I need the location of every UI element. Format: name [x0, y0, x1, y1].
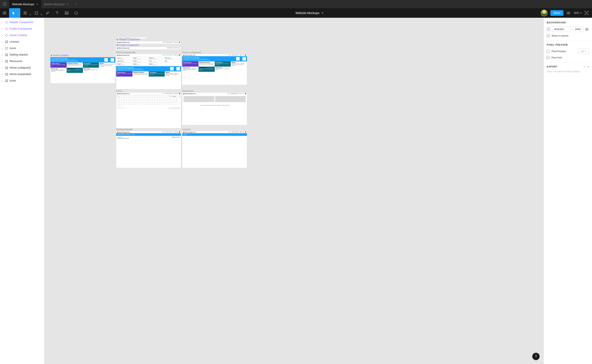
shape-tool[interactable]: [32, 8, 43, 18]
pixel-preview-checkbox[interactable]: [547, 50, 550, 53]
icon-cell[interactable]: [169, 103, 171, 105]
icon-cell[interactable]: [146, 98, 148, 100]
icon-cell[interactable]: [157, 103, 160, 105]
icon-cell[interactable]: [155, 103, 157, 105]
artboard-resources[interactable]: ▦ Material Design Icons IconsGetting Sta…: [182, 93, 247, 125]
icon-cell[interactable]: [174, 103, 176, 105]
icon-cell[interactable]: [122, 103, 124, 105]
pixel-preview-scale-select[interactable]: 1x: [578, 49, 589, 54]
artboard-home-expanded[interactable]: ▦ Material Design Icons IconsGetting Sta…: [116, 54, 181, 89]
artboard-home-collapsed[interactable]: ▦ Material Design Icons IconsGetting Sta…: [182, 54, 247, 85]
icon-cell[interactable]: [136, 103, 138, 105]
icon-cell[interactable]: [167, 100, 169, 102]
move-tool[interactable]: [9, 8, 20, 18]
document-title[interactable]: Website Mockups: [81, 11, 538, 15]
text-tool[interactable]: [52, 8, 62, 18]
platform-card[interactable]: WebpackWebfont / Component: [117, 63, 132, 65]
tab-close-icon[interactable]: ×: [36, 2, 38, 6]
icon-cell[interactable]: [162, 100, 164, 102]
icon-cell[interactable]: [160, 98, 162, 100]
icon-cell[interactable]: [119, 98, 121, 100]
icon-cell[interactable]: [150, 98, 152, 100]
icon-cell[interactable]: [133, 103, 136, 105]
icon-cell[interactable]: [172, 103, 174, 105]
icon-cell[interactable]: [165, 103, 167, 105]
icon-cell[interactable]: [136, 100, 138, 102]
frame-tool[interactable]: [20, 8, 32, 18]
icon-cell[interactable]: [141, 98, 143, 100]
layer-row-home-content[interactable]: › Home Content: [0, 32, 44, 39]
icon-cell[interactable]: [117, 103, 119, 105]
icon-cell[interactable]: [174, 98, 176, 100]
icon-cell[interactable]: [167, 103, 169, 105]
pixel-grid-checkbox[interactable]: [547, 56, 550, 59]
icon-cell[interactable]: [131, 100, 133, 102]
icon-cell[interactable]: [124, 100, 126, 102]
icon-cell[interactable]: [141, 103, 143, 105]
icon-cell[interactable]: [136, 98, 138, 100]
icon-cell[interactable]: [153, 98, 155, 100]
icon-cell[interactable]: [169, 100, 171, 102]
icon-cell[interactable]: [155, 98, 157, 100]
icon-cell[interactable]: [160, 103, 162, 105]
icon-cell[interactable]: [122, 100, 124, 102]
tab-close-icon[interactable]: ×: [67, 2, 68, 6]
icon-cell[interactable]: [148, 103, 150, 105]
zoom-control[interactable]: 30%: [574, 12, 582, 14]
platform-card[interactable]: ReactWebfont / Component: [149, 60, 164, 63]
icon-cell[interactable]: [119, 103, 121, 105]
platform-card[interactable]: AngularJSWebfont / Component: [149, 57, 164, 59]
layer-row-resources[interactable]: › Resources: [0, 58, 44, 65]
frame-label[interactable]: Home (expanded): [116, 51, 135, 54]
image-tool[interactable]: [62, 8, 71, 18]
platform-card[interactable]: Bootstrap v3Webfont / Component: [165, 57, 180, 59]
frame-label[interactable]: Getting Started: [116, 128, 132, 131]
icon-cell[interactable]: [129, 98, 131, 100]
icon-cell[interactable]: [162, 103, 164, 105]
icon-cell[interactable]: [133, 100, 136, 102]
icon-cell[interactable]: [138, 100, 140, 102]
icon-cell[interactable]: [117, 100, 119, 102]
icon-cell[interactable]: [172, 98, 174, 100]
frame-label[interactable]: Icons: [116, 90, 122, 93]
platform-card[interactable]: AngularWebfont / Component: [133, 57, 148, 59]
icon-cell[interactable]: [129, 100, 131, 102]
icon-cell[interactable]: [143, 103, 145, 105]
tab-website-mockups[interactable]: Website Mockups ×: [9, 0, 41, 8]
icon-cell[interactable]: [162, 98, 164, 100]
icon-cell[interactable]: [138, 98, 140, 100]
icon-cell[interactable]: [150, 103, 152, 105]
icon-cell[interactable]: [119, 100, 121, 102]
icon-cell[interactable]: [143, 98, 145, 100]
layer-row-getting-started[interactable]: › Getting Started: [0, 52, 44, 58]
icon-cell[interactable]: [131, 103, 133, 105]
layer-row-home-expanded[interactable]: › Home (expanded): [0, 71, 44, 78]
icon-cell[interactable]: [167, 98, 169, 100]
platform-card[interactable]: AndroidVector Drawables: [117, 57, 132, 59]
color-swatch[interactable]: [547, 27, 550, 31]
icon-cell[interactable]: [131, 98, 133, 100]
layer-row-home-collapsed[interactable]: › Home (collapsed): [0, 65, 44, 71]
color-hex-input[interactable]: #E5E5E5: [552, 26, 571, 32]
icon-cell[interactable]: [160, 100, 162, 102]
icon-cell[interactable]: [153, 100, 155, 102]
apps-icon[interactable]: [0, 0, 9, 8]
icon-cell[interactable]: [124, 103, 126, 105]
icon-cell[interactable]: [133, 98, 136, 100]
frame-label[interactable]: License: [182, 128, 191, 131]
icon-cell[interactable]: [146, 100, 148, 102]
icon-cell[interactable]: [117, 98, 119, 100]
icon-cell[interactable]: [129, 103, 131, 105]
visibility-toggle[interactable]: [585, 28, 589, 31]
inspector-panel[interactable]: BACKGROUND #E5E5E5 100% Show in exports …: [544, 18, 592, 364]
show-in-exports-checkbox[interactable]: [547, 34, 550, 37]
icon-cell[interactable]: [169, 98, 171, 100]
frame-label[interactable]: Home (collapsed): [182, 51, 201, 54]
platform-card[interactable]: Bootstrap v4Webfont / Component: [117, 60, 132, 63]
icon-cell[interactable]: [174, 100, 176, 102]
search-input[interactable]: Search...🔍: [117, 95, 171, 97]
present-button[interactable]: [566, 12, 571, 14]
icon-cell[interactable]: [146, 103, 148, 105]
artboard-license[interactable]: ▦ Material Design Icons IconsGetting Sta…: [182, 131, 247, 168]
menu-button[interactable]: [0, 12, 9, 14]
